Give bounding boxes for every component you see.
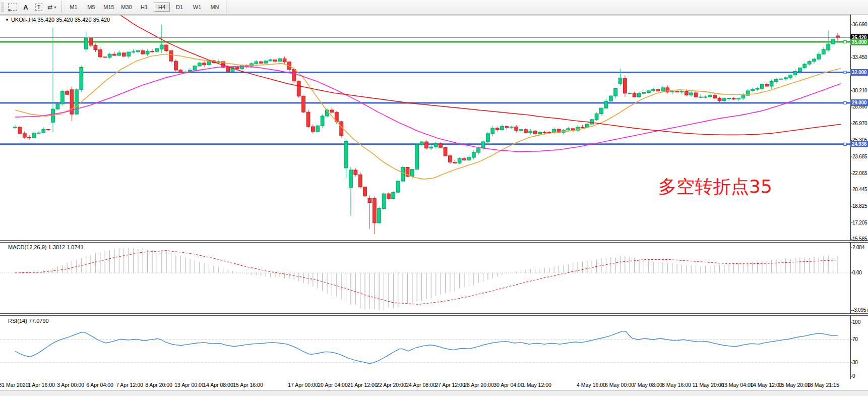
timeframe-button-mn[interactable]: MN [207, 3, 223, 12]
annotation-text: 多空转折点35 [658, 175, 772, 199]
macd-label: MACD(12,26,9) 1.3812 1.0741 [8, 244, 84, 250]
chart-shift-button[interactable]: F [7, 2, 19, 13]
timeframe-button-m1[interactable]: M1 [66, 3, 82, 12]
panel-splitter-macd[interactable] [0, 240, 868, 243]
rsi-panel[interactable] [0, 316, 850, 379]
timeframe-button-m15[interactable]: M15 [101, 3, 117, 12]
dropdown-triangle-icon[interactable]: ▼ [5, 18, 9, 22]
price-axis[interactable] [850, 15, 868, 379]
macd-panel[interactable] [0, 243, 850, 313]
toolbar-separator [226, 2, 227, 13]
time-axis[interactable] [0, 379, 868, 390]
toolbar: F A T ⇄ ▾ M1M5M15M30H1H4D1W1MN [0, 0, 868, 15]
text-label-button[interactable]: A [20, 2, 32, 13]
status-bar [0, 390, 868, 396]
timeframe-button-w1[interactable]: W1 [189, 3, 205, 12]
toolbar-separator [61, 2, 63, 13]
rsi-label: RSI(14) 77.0790 [8, 318, 49, 324]
text-label-icon: A [23, 4, 28, 11]
timeframe-buttons: M1M5M15M30H1H4D1W1MN [66, 3, 223, 12]
f-glyph: F [9, 8, 11, 13]
arrows-button[interactable]: ⇄ ▾ [46, 2, 58, 13]
toolbar-grip[interactable] [1, 2, 4, 12]
timeframe-button-m5[interactable]: M5 [83, 3, 99, 12]
timeframe-button-d1[interactable]: D1 [171, 3, 188, 12]
arrows-icon: ⇄ [47, 4, 52, 11]
main-chart-area[interactable] [0, 15, 850, 240]
chevron-down-icon: ▾ [54, 5, 56, 10]
symbol-label: ▼UKOil-,H4 35.420 35.420 35.420 35.420 [5, 17, 110, 23]
symbol-ohlc-text: UKOil-,H4 35.420 35.420 35.420 35.420 [11, 17, 110, 23]
mt4-window: F A T ⇄ ▾ M1M5M15M30H1H4D1W1MN ▼UKOil-,H… [0, 0, 868, 396]
timeframe-button-m30[interactable]: M30 [118, 3, 135, 12]
panel-splitter-rsi[interactable] [0, 313, 868, 316]
timeframe-button-h4[interactable]: H4 [154, 3, 170, 12]
timeframe-button-h1[interactable]: H1 [136, 3, 152, 12]
text-box-icon: T [35, 4, 43, 11]
text-box-button[interactable]: T [33, 2, 45, 13]
